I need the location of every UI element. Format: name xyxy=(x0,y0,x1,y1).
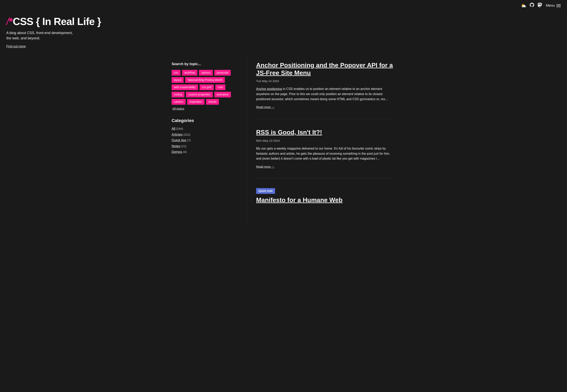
sidebar: Search by topic... cssworkflowopinionjav… xyxy=(172,55,246,225)
post-date: Mon May 13 2024 xyxy=(256,139,395,143)
site-logo: /*CSS { In Real Life } xyxy=(6,16,561,27)
category-link[interactable]: Quick tips xyxy=(172,138,186,142)
topic-tag[interactable]: opinion xyxy=(199,70,213,76)
menu-button[interactable]: Menu xyxy=(546,3,561,8)
category-count: (21) xyxy=(180,144,186,148)
topic-search-section: Search by topic... cssworkflowopinionjav… xyxy=(172,61,237,111)
post-title[interactable]: Anchor Positioning and the Popover API f… xyxy=(256,61,395,77)
post-item: RSS is Good, Isn't It?!Mon May 13 2024My… xyxy=(256,128,395,179)
all-topics-link[interactable]: All topics xyxy=(172,107,184,110)
topic-tag[interactable]: note xyxy=(215,84,225,90)
category-count: (7) xyxy=(186,139,191,142)
category-link[interactable]: Notes xyxy=(172,144,180,148)
post-excerpt: Anchor positioning in CSS enables us to … xyxy=(256,86,395,101)
topic-tag[interactable]: animation xyxy=(214,92,231,98)
post-title[interactable]: Manifesto for a Humane Web xyxy=(256,196,395,204)
site-tagline: A blog about CSS, front-end development,… xyxy=(6,30,81,41)
weather-icon[interactable]: ⛅ xyxy=(521,2,526,9)
post-badge: Quick note xyxy=(256,188,275,194)
topic-tag[interactable]: National Blog Posting Month xyxy=(185,77,225,83)
topic-tag[interactable]: layout xyxy=(172,77,184,83)
category-item: Quick tips (7) xyxy=(172,138,237,143)
find-out-more-link[interactable]: Find out more xyxy=(6,45,26,48)
post-title[interactable]: RSS is Good, Isn't It?! xyxy=(256,128,395,136)
main-container: Search by topic... cssworkflowopinionjav… xyxy=(165,55,402,225)
logo-asterisk: * xyxy=(9,16,13,27)
category-link[interactable]: Articles xyxy=(172,133,183,136)
topic-tag[interactable]: custom properties xyxy=(186,92,213,98)
github-icon[interactable] xyxy=(530,2,534,9)
read-more-link[interactable]: Read more → xyxy=(256,105,274,109)
topic-tag[interactable]: inspiration xyxy=(187,99,205,105)
categories-title: Categories xyxy=(172,117,237,124)
category-link[interactable]: Demos xyxy=(172,150,182,154)
post-item: Quick noteManifesto for a Humane Web xyxy=(256,188,395,215)
main-content: Anchor Positioning and the Popover API f… xyxy=(246,55,395,225)
post-date: Tue May 14 2024 xyxy=(256,79,395,84)
topic-tag[interactable]: javascript xyxy=(214,70,231,76)
post-excerpt: My son gets a weekly magazine delivered … xyxy=(256,146,395,161)
category-count: (4) xyxy=(182,150,187,154)
logo-text: CSS { In Real Life } xyxy=(13,16,101,27)
nav-icons: ⛅ xyxy=(521,2,542,9)
read-more-link[interactable]: Read more → xyxy=(256,165,274,168)
site-title-area: /*CSS { In Real Life } A blog about CSS,… xyxy=(0,11,567,55)
excerpt-link[interactable]: Anchor positioning xyxy=(256,87,282,91)
category-count: (244) xyxy=(175,127,183,130)
category-item: All (244) xyxy=(172,126,237,131)
category-count: (212) xyxy=(183,133,190,136)
site-header: ⛅ Menu xyxy=(0,0,567,11)
category-item: Articles (212) xyxy=(172,132,237,137)
mastodon-icon[interactable] xyxy=(538,2,542,9)
tags-container: cssworkflowopinionjavascriptlayoutNation… xyxy=(172,70,237,105)
topic-tag[interactable]: web sustainability xyxy=(172,84,198,90)
category-item: Notes (21) xyxy=(172,144,237,149)
categories-list: All (244)Articles (212)Quick tips (7)Not… xyxy=(172,126,237,154)
topic-tag[interactable]: careers xyxy=(172,99,186,105)
categories-section: Categories All (244)Articles (212)Quick … xyxy=(172,117,237,154)
category-item: Demos (4) xyxy=(172,149,237,154)
topic-tag[interactable]: css xyxy=(172,70,180,76)
menu-label: Menu xyxy=(546,3,555,8)
category-link[interactable]: All xyxy=(172,127,175,130)
topic-tag[interactable]: events xyxy=(206,99,219,105)
topic-tag[interactable]: workflow xyxy=(182,70,197,76)
hamburger-icon xyxy=(556,4,561,7)
excerpt-text: My son gets a weekly magazine delivered … xyxy=(256,147,390,160)
topic-tag[interactable]: tooling xyxy=(172,92,184,98)
topic-tag[interactable]: css grid xyxy=(200,84,214,90)
post-item: Anchor Positioning and the Popover API f… xyxy=(256,61,395,119)
search-topic-label: Search by topic... xyxy=(172,61,237,67)
logo-slash: / xyxy=(6,16,9,27)
